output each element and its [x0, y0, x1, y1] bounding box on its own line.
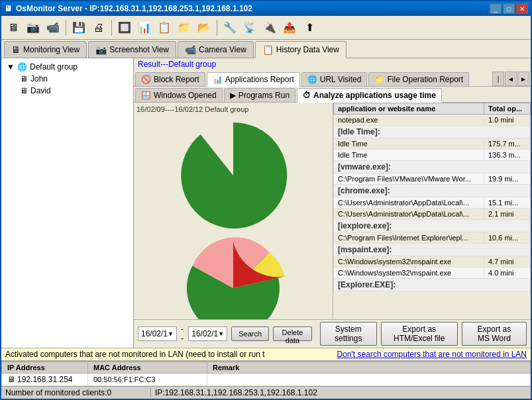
toolbar-btn-folder2[interactable]: 📂 [195, 19, 213, 37]
tree-child-john[interactable]: 🖥 John [17, 73, 131, 85]
notice-link[interactable]: Don't search computers that are not moni… [337, 350, 527, 359]
tab-nav-prev[interactable]: ◄ [505, 72, 517, 86]
computer-icon-john: 🖥 [20, 74, 28, 83]
col-remark: Remark [207, 362, 531, 374]
app-value-cell: 10.6 mi... [484, 232, 531, 244]
maximize-button[interactable]: □ [503, 3, 515, 14]
tab-camera-view[interactable]: 📹 Camera View [178, 41, 254, 58]
date-from-arrow: ▼ [168, 330, 174, 337]
sub-tab-analyze-usage[interactable]: ⏱ Analyze applications usage time [297, 88, 442, 103]
toolbar-btn-camera[interactable]: 📹 [44, 19, 62, 37]
toolbar-btn-export[interactable]: 📤 [280, 19, 299, 37]
programs-icon: ▶ [230, 91, 236, 100]
toolbar-btn-monitor[interactable]: 🖥 [4, 19, 23, 37]
right-panel: Result---Default group 🚫 Block Report 📊 … [134, 58, 531, 348]
status-bar: Number of monitored clients:0 IP:192.168… [1, 386, 531, 399]
tab-block-report[interactable]: 🚫 Block Report [135, 72, 205, 86]
tree-children: 🖥 John 🖥 David [4, 73, 131, 97]
sub-tab-windows-opened[interactable]: 🪟 Windows Opened [135, 88, 223, 102]
toolbar-btn-save[interactable]: 💾 [70, 19, 88, 37]
app-value-cell: 4.0 mini [484, 268, 531, 279]
tree-child-david[interactable]: 🖥 David [17, 85, 131, 97]
export-word-button[interactable]: Export as MS Word [462, 322, 527, 346]
table-row[interactable]: [Explorer.EXE]: [334, 279, 531, 291]
app-name-cell: Idle Time [334, 150, 484, 161]
screenshot-icon: 📷 [95, 44, 107, 55]
url-icon: 🌐 [307, 75, 317, 84]
table-row[interactable]: C:\Users\Administrator\AppData\Local\...… [334, 209, 531, 220]
toolbar-btn-folder[interactable]: 📁 [175, 19, 193, 37]
table-row[interactable]: [Idle Time]: [334, 126, 531, 138]
toolbar-btn-upload[interactable]: ⬆ [300, 19, 319, 37]
app-name-cell: C:\Windows\system32\mspaint.exe [334, 268, 484, 279]
tree-child-david-label: David [30, 86, 51, 95]
app-value-cell: 19.9 mi... [484, 174, 531, 185]
tab-nav-next[interactable]: ► [517, 72, 529, 86]
delete-button[interactable]: Delete data [273, 326, 312, 341]
toolbar-btn-screenshot[interactable]: 📷 [24, 19, 42, 37]
tree-child-john-label: John [30, 74, 48, 83]
system-settings-button[interactable]: System settings [320, 322, 377, 346]
toolbar-btn-list[interactable]: 📋 [155, 19, 174, 37]
export-htm-button[interactable]: Export as HTM/Excel file [381, 322, 458, 346]
ip-cell: 🖥 192.168.31.254 [2, 374, 88, 386]
tab-url-visited[interactable]: 🌐 URL Visited [301, 72, 368, 86]
pie-chart-svg [167, 235, 299, 319]
table-row[interactable]: [mspaint.exe]: [334, 244, 531, 256]
app-name-cell: C:\Users\Administrator\AppData\Local\... [334, 209, 484, 220]
status-right: IP:192.168.31.1,192.168.253.1,192.168.1.… [151, 388, 317, 397]
app-value-cell: 175.7 m... [484, 138, 531, 150]
group-header-cell: [vmware.exe]: [334, 161, 531, 174]
history-icon: 📋 [262, 44, 274, 55]
monitor-icon: 🖥 [11, 44, 21, 55]
date-from-picker[interactable]: 16/02/1 ▼ [138, 326, 177, 341]
table-row[interactable]: [iexplore.exe]: [334, 220, 531, 232]
usage-data-table: application or website name Total op... … [333, 103, 531, 291]
tab-applications-report[interactable]: 📊 Applications Report [207, 72, 300, 87]
tab-monitoring-view[interactable]: 🖥 Monitoring View [4, 41, 87, 58]
search-button[interactable]: Search [231, 326, 269, 341]
toolbar-btn-settings[interactable]: 🔧 [221, 19, 239, 37]
table-row[interactable]: C:\Windows\system32\mspaint.exe4.7 mini [334, 256, 531, 268]
table-row[interactable]: [vmware.exe]: [334, 161, 531, 174]
result-label: Result---Default group [134, 58, 531, 70]
close-button[interactable]: ✕ [516, 3, 528, 14]
title-bar: 🖥 OsMonitor Server - IP:192.168.31.1,192… [1, 1, 531, 16]
minimize-button[interactable]: _ [490, 3, 502, 14]
tab-screenshot-view[interactable]: 📷 Screenshot View [88, 41, 176, 58]
table-row[interactable]: [chrome.exe]: [334, 185, 531, 197]
app-name-cell: C:\Program Files\Internet Explorer\iepl.… [334, 232, 484, 244]
table-row[interactable]: C:\Program Files\VMware\VMware Wor...19.… [334, 174, 531, 185]
tree-root-item[interactable]: ▼ 🌐 Default group [4, 61, 131, 73]
toolbar-btn-chart[interactable]: 📊 [135, 19, 154, 37]
report-tab-bar: 🚫 Block Report 📊 Applications Report 🌐 U… [134, 70, 531, 87]
table-row[interactable]: notepad.exe1.0 mini [334, 115, 531, 126]
sub-tab-programs-run[interactable]: ▶ Programs Run [224, 88, 295, 102]
table-row[interactable]: C:\Windows\system32\mspaint.exe4.0 mini [334, 268, 531, 279]
bottom-controls: 16/02/1 ▼ -- 16/02/1 ▼ Search Delete dat… [134, 319, 531, 348]
computer-tree: ▼ 🌐 Default group 🖥 John 🖥 David [4, 61, 131, 97]
file-icon: 📁 [374, 75, 384, 84]
network-icon: 🌐 [17, 62, 27, 72]
table-row[interactable]: Idle Time175.7 m... [334, 138, 531, 150]
windows-icon: 🪟 [141, 91, 151, 100]
table-row[interactable]: Idle Time136.3 m... [334, 150, 531, 161]
date-to-picker[interactable]: 16/02/1 ▼ [188, 326, 227, 341]
app-value-cell: 4.7 mini [484, 256, 531, 268]
app-value-cell: 136.3 m... [484, 150, 531, 161]
col-total: Total op... [484, 103, 531, 115]
camera-icon: 📹 [185, 44, 196, 55]
table-row[interactable]: C:\Users\Administrator\AppData\Local\...… [334, 197, 531, 209]
tree-expand-icon[interactable]: ▼ [7, 62, 15, 72]
app-usage-table[interactable]: application or website name Total op... … [333, 103, 531, 319]
toolbar-separator-1 [66, 20, 66, 36]
sub-tab-bar: 🪟 Windows Opened ▶ Programs Run ⏱ Analyz… [134, 87, 531, 103]
date-separator: -- [181, 325, 184, 343]
toolbar-btn-grid[interactable]: 🔲 [115, 19, 134, 37]
toolbar-btn-network[interactable]: 📡 [240, 19, 259, 37]
toolbar-btn-print[interactable]: 🖨 [89, 19, 108, 37]
toolbar-btn-plugin[interactable]: 🔌 [260, 19, 279, 37]
tab-history-data-view[interactable]: 📋 History Data View [255, 41, 346, 58]
table-row[interactable]: C:\Program Files\Internet Explorer\iepl.… [334, 232, 531, 244]
tab-file-operation[interactable]: 📁 File Operation Report [368, 72, 469, 86]
